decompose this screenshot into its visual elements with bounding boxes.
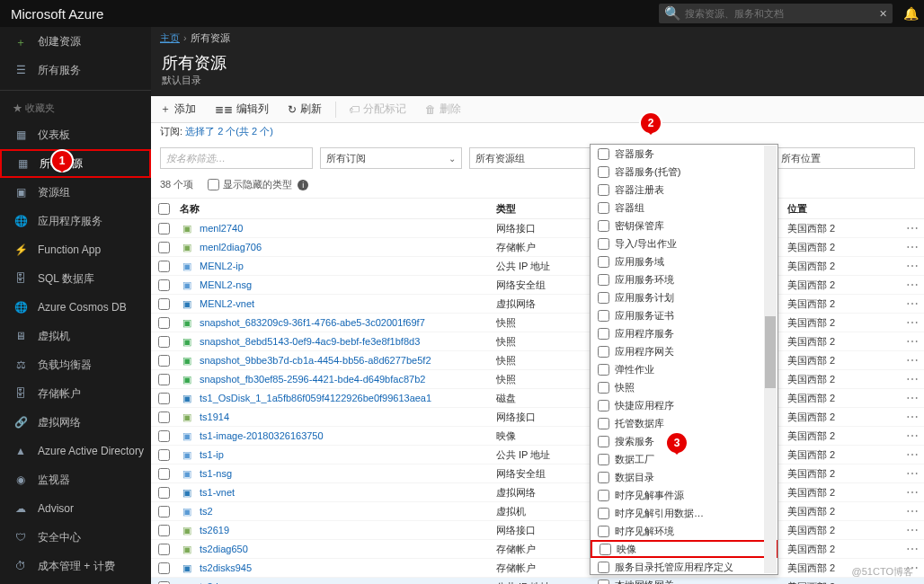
dropdown-checkbox[interactable] <box>598 454 609 465</box>
resource-name[interactable]: ts2disks945 <box>200 562 252 573</box>
dropdown-checkbox[interactable] <box>598 256 609 268</box>
toolbar-add[interactable]: ＋添加 <box>151 96 206 123</box>
row-checkbox[interactable] <box>158 411 170 423</box>
nav-item[interactable]: ▣资源组 <box>0 178 151 207</box>
row-checkbox[interactable] <box>158 581 170 585</box>
clear-icon[interactable]: ✕ <box>879 8 887 20</box>
row-checkbox[interactable] <box>158 242 170 253</box>
dropdown-item[interactable]: 托管数据库 <box>591 414 777 432</box>
nav-item[interactable]: ▦仪表板 <box>0 120 151 149</box>
location-filter[interactable]: 所有位置 <box>775 147 915 169</box>
nav-item[interactable]: 🗄SQL 数据库 <box>0 264 151 293</box>
dropdown-item[interactable]: 应用服务域 <box>591 252 777 270</box>
dropdown-item[interactable]: 容器组 <box>591 199 777 217</box>
dropdown-checkbox[interactable] <box>598 148 609 160</box>
dropdown-item[interactable]: 应用服务计划 <box>591 288 777 306</box>
search-input[interactable] <box>685 8 887 19</box>
nav-create-resource[interactable]: ＋ 创建资源 <box>0 27 151 56</box>
nav-item[interactable]: ⚖负载均衡器 <box>0 350 151 379</box>
resource-name[interactable]: ts1-ip <box>200 449 224 460</box>
show-hidden-toggle[interactable]: 显示隐藏的类型 i <box>200 178 308 191</box>
row-checkbox[interactable] <box>158 355 170 367</box>
dropdown-checkbox[interactable] <box>598 490 609 501</box>
resource-name[interactable]: ts2diag650 <box>200 544 248 554</box>
dropdown-checkbox[interactable] <box>598 274 609 286</box>
dropdown-checkbox[interactable] <box>598 580 609 585</box>
resource-name[interactable]: ts1-vnet <box>200 487 235 498</box>
resource-name[interactable]: menl2740 <box>200 223 243 234</box>
resource-name[interactable]: ts2 <box>200 506 213 517</box>
row-checkbox[interactable] <box>158 525 170 536</box>
row-checkbox[interactable] <box>158 261 170 272</box>
resource-name[interactable]: snapshot_9bbe3b7d-cb1a-4454-bb56-a8d6277… <box>200 355 431 366</box>
nav-item[interactable]: 🌐应用程序服务 <box>0 207 151 235</box>
resource-name[interactable]: ts1914 <box>200 411 229 422</box>
dropdown-checkbox[interactable] <box>598 472 609 483</box>
dropdown-item[interactable]: 导入/导出作业 <box>591 234 777 252</box>
resource-name[interactable]: snapshot_fb30ef85-2596-4421-bde4-d649bfa… <box>200 374 425 385</box>
dropdown-item[interactable]: 快照 <box>591 378 777 396</box>
subscription-link[interactable]: 选择了 2 个(共 2 个) <box>185 126 273 137</box>
dropdown-item[interactable]: 时序见解事件源 <box>591 486 777 504</box>
dropdown-item[interactable]: 容器服务(托管) <box>591 163 777 181</box>
dropdown-item[interactable]: 数据工厂 <box>591 450 777 468</box>
notifications-icon[interactable]: 🔔 <box>898 6 924 21</box>
row-checkbox[interactable] <box>158 279 170 291</box>
nav-item[interactable]: ◉监视器 <box>0 465 151 494</box>
dropdown-checkbox[interactable] <box>598 220 609 232</box>
dropdown-item[interactable]: 应用服务证书 <box>591 306 777 324</box>
resource-name[interactable]: menl2diag706 <box>200 242 262 252</box>
nav-item[interactable]: 🌐Azure Cosmos DB <box>0 293 151 322</box>
resource-name[interactable]: ts2619 <box>200 525 229 535</box>
dropdown-checkbox[interactable] <box>598 292 609 304</box>
resource-name[interactable]: snapshot_683209c9-36f1-4766-abe5-3c02001… <box>200 317 425 328</box>
dropdown-checkbox[interactable] <box>598 436 609 447</box>
dropdown-checkbox[interactable] <box>598 346 609 358</box>
nav-item[interactable]: ⏱成本管理 + 计费 <box>0 552 151 580</box>
col-header-loc[interactable]: 位置 <box>787 199 913 218</box>
resource-name[interactable]: ts1-image-20180326163750 <box>200 430 324 441</box>
dropdown-checkbox[interactable] <box>598 328 609 340</box>
nav-item[interactable]: ▦所有资源 <box>0 149 151 178</box>
row-checkbox[interactable] <box>158 430 170 442</box>
dropdown-item[interactable]: 应用程序服务 <box>591 324 777 342</box>
nav-item[interactable]: 🗄存储帐户 <box>0 379 151 408</box>
nav-item[interactable]: ☁Advisor <box>0 494 151 523</box>
info-icon[interactable]: i <box>298 180 308 190</box>
row-checkbox[interactable] <box>158 393 170 404</box>
dropdown-checkbox[interactable] <box>598 184 609 196</box>
row-checkbox[interactable] <box>158 487 170 499</box>
nav-item[interactable]: 🔗虚拟网络 <box>0 408 151 437</box>
row-checkbox[interactable] <box>158 449 170 461</box>
dropdown-checkbox[interactable] <box>598 508 609 519</box>
nav-item[interactable]: 🛡安全中心 <box>0 523 151 552</box>
col-header-name[interactable]: 名称 <box>176 199 496 218</box>
show-hidden-checkbox[interactable] <box>208 179 219 190</box>
dropdown-item[interactable]: 本地网络网关 <box>591 576 777 584</box>
nav-all-services[interactable]: ☰ 所有服务 <box>0 56 151 84</box>
row-checkbox[interactable] <box>158 336 170 348</box>
resource-name[interactable]: MENL2-ip <box>200 261 244 271</box>
crumb-home[interactable]: 主页 <box>160 31 180 45</box>
dropdown-checkbox[interactable] <box>598 166 609 178</box>
row-checkbox[interactable] <box>158 468 170 480</box>
row-checkbox[interactable] <box>158 506 170 518</box>
dropdown-checkbox[interactable] <box>598 364 609 376</box>
dropdown-item[interactable]: 时序见解环境 <box>591 522 777 540</box>
dropdown-checkbox[interactable] <box>598 238 609 250</box>
dropdown-item[interactable]: 服务目录托管应用程序定义 <box>591 558 777 576</box>
dropdown-item[interactable]: 弹性作业 <box>591 360 777 378</box>
row-checkbox[interactable] <box>158 317 170 329</box>
row-checkbox[interactable] <box>158 374 170 385</box>
dropdown-item[interactable]: 应用服务环境 <box>591 270 777 288</box>
dropdown-checkbox[interactable] <box>598 562 609 573</box>
dropdown-checkbox[interactable] <box>598 418 609 429</box>
dropdown-item[interactable]: 容器服务 <box>591 145 777 163</box>
nav-item[interactable]: ▲Azure Active Directory <box>0 437 151 465</box>
nav-item[interactable]: 🖥虚拟机 <box>0 322 151 350</box>
toolbar-refresh[interactable]: ↻刷新 <box>279 96 332 123</box>
dropdown-checkbox[interactable] <box>598 400 609 411</box>
resource-name[interactable]: ts1_OsDisk_1_1a5fb86f059f4122926be0f9961… <box>200 393 431 403</box>
row-checkbox[interactable] <box>158 544 170 555</box>
subscription-filter[interactable]: 所有订阅⌄ <box>320 147 462 169</box>
